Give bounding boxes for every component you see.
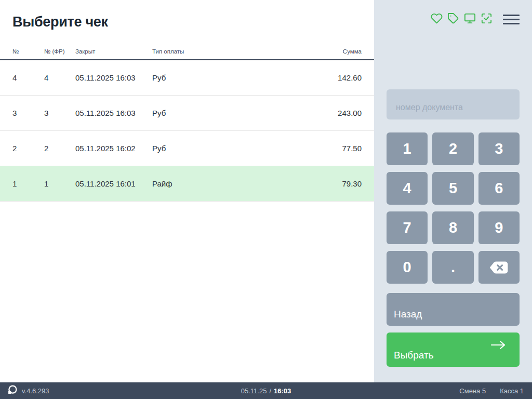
cell-num: 4: [12, 73, 44, 82]
table-row[interactable]: 2 2 05.11.2025 16:02 Руб 77.50: [0, 131, 374, 166]
table-row[interactable]: 3 3 05.11.2025 16:03 Руб 243.00: [0, 96, 374, 131]
cell-sum: 142.60: [338, 73, 362, 82]
favorites-button[interactable]: [430, 13, 443, 25]
keypad: 1 2 3 4 5 6 7 8 9 0 .: [387, 132, 520, 284]
page-title: Выберите чек: [12, 12, 374, 31]
cell-sum: 79.30: [342, 179, 362, 188]
table-header: № № (ФР) Закрыт Тип оплаты Сумма: [0, 48, 374, 60]
shift-label[interactable]: Смена 5: [459, 387, 486, 395]
table-row[interactable]: 1 1 05.11.2025 16:01 Райф 79.30: [0, 166, 374, 202]
statusbar-right: Смена 5 Касса 1: [459, 387, 532, 395]
scan-button[interactable]: [480, 13, 493, 25]
arrow-right-icon: [489, 340, 507, 350]
cell-sum: 77.50: [342, 144, 362, 153]
cell-num-fr: 4: [44, 73, 75, 82]
cell-sum: 243.00: [338, 109, 362, 117]
cell-num: 3: [12, 109, 44, 117]
register-label[interactable]: Касса 1: [500, 387, 524, 395]
table-body: 4 4 05.11.2025 16:03 Руб 142.60 3 3 05.1…: [0, 60, 374, 202]
col-header-num-fr: № (ФР): [44, 48, 75, 55]
keypad-button[interactable]: 6: [478, 172, 520, 205]
cell-num: 1: [12, 179, 44, 188]
backspace-icon: [488, 261, 509, 274]
pos-app: Выберите чек № № (ФР) Закрыт Тип оплаты …: [0, 0, 532, 399]
menu-button[interactable]: [503, 13, 520, 25]
tag-icon: [447, 12, 459, 26]
document-number-input[interactable]: [387, 89, 520, 119]
statusbar-datetime: 05.11.25 / 16:03: [241, 387, 291, 395]
sidebar-icon-row: [387, 12, 520, 26]
cell-num: 2: [12, 144, 44, 153]
date-time-separator: /: [269, 387, 271, 395]
cell-closed: 05.11.2025 16:01: [75, 179, 152, 188]
keypad-button[interactable]: 9: [478, 211, 520, 244]
back-button[interactable]: Назад: [387, 293, 520, 326]
col-header-sum: Сумма: [343, 48, 362, 55]
cell-closed: 05.11.2025 16:03: [75, 73, 152, 82]
cell-payment: Руб: [152, 109, 338, 117]
keypad-button[interactable]: 0: [387, 251, 428, 284]
status-date: 05.11.25: [241, 387, 267, 395]
col-header-closed: Закрыт: [75, 48, 152, 55]
cell-num-fr: 1: [44, 179, 75, 188]
col-header-num: №: [12, 48, 44, 55]
col-header-payment: Тип оплаты: [152, 48, 343, 55]
tags-button[interactable]: [447, 13, 459, 25]
cell-num-fr: 3: [44, 109, 75, 117]
app-logo-icon: [7, 384, 18, 397]
cell-closed: 05.11.2025 16:02: [75, 144, 152, 153]
cell-payment: Руб: [152, 144, 342, 153]
keypad-button[interactable]: 8: [432, 211, 473, 244]
heart-icon: [431, 12, 443, 26]
keypad-button[interactable]: .: [432, 251, 473, 284]
backspace-button[interactable]: [478, 251, 520, 284]
display-button[interactable]: [463, 13, 476, 25]
keypad-button[interactable]: 1: [387, 132, 428, 165]
status-bar: v.4.6.293 05.11.25 / 16:03 Смена 5 Касса…: [0, 382, 532, 399]
receipts-panel: Выберите чек № № (ФР) Закрыт Тип оплаты …: [0, 0, 374, 382]
cell-num-fr: 2: [44, 144, 75, 153]
statusbar-left: v.4.6.293: [0, 384, 49, 397]
monitor-icon: [464, 12, 476, 26]
hamburger-icon: [503, 15, 520, 16]
cell-closed: 05.11.2025 16:03: [75, 109, 152, 117]
keypad-button[interactable]: 4: [387, 172, 428, 205]
keypad-button[interactable]: 3: [478, 132, 520, 165]
status-time: 16:03: [274, 387, 291, 395]
cell-payment: Руб: [152, 73, 338, 82]
cell-payment: Райф: [152, 179, 342, 188]
table-row[interactable]: 4 4 05.11.2025 16:03 Руб 142.60: [0, 60, 374, 96]
select-button[interactable]: Выбрать: [387, 332, 520, 367]
content-area: Выберите чек № № (ФР) Закрыт Тип оплаты …: [0, 0, 532, 382]
keypad-sidebar: 1 2 3 4 5 6 7 8 9 0 .: [374, 0, 532, 382]
keypad-button[interactable]: 7: [387, 211, 428, 244]
scan-check-icon: [481, 12, 493, 26]
app-version: v.4.6.293: [22, 387, 49, 395]
keypad-button[interactable]: 2: [432, 132, 473, 165]
keypad-button[interactable]: 5: [432, 172, 473, 205]
